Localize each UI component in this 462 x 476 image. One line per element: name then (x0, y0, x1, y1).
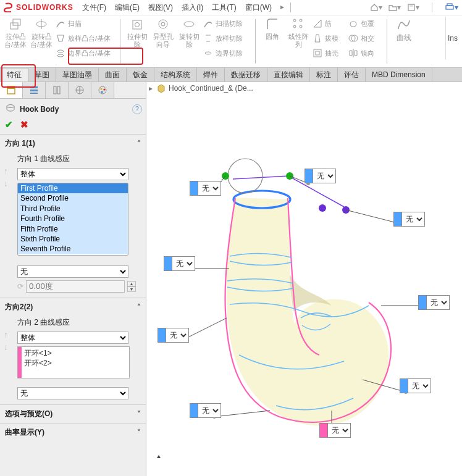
dir1-profiles-list[interactable]: First ProfileSecond ProfileThird Profile… (17, 183, 128, 256)
appearance-tab[interactable] (91, 82, 114, 98)
instant3d-button[interactable]: Ins (445, 17, 460, 60)
callout-6[interactable]: 无 (158, 328, 189, 343)
command-tab[interactable]: 草图 (28, 68, 56, 81)
command-tab[interactable]: 草图油墨 (56, 68, 99, 81)
boundary-boss-button[interactable]: 边界凸台/基体 (54, 46, 116, 60)
callout-select[interactable]: 无 (166, 328, 188, 342)
command-tab[interactable]: 标注 (310, 68, 338, 81)
dir2-curves-list[interactable]: 开环<1> 开环<2> (17, 346, 130, 378)
callout-4[interactable]: 无 (164, 256, 195, 271)
list-item[interactable]: Fourth Profile (18, 214, 128, 223)
linear-pattern-button[interactable]: 线性阵 列 (285, 17, 311, 60)
intersect-button[interactable]: 相交 (347, 31, 383, 45)
property-tab[interactable] (23, 82, 46, 98)
angle-spinner[interactable]: ▲▼ (127, 281, 136, 292)
options-section: 选项与预览(O) ˅ (0, 404, 146, 423)
menu-insert[interactable]: 插入(I) (182, 2, 203, 13)
callout-select[interactable]: 无 (402, 212, 424, 226)
sweep-cut-button[interactable]: 扫描切除 (202, 17, 251, 30)
loft-cut-button[interactable]: 放样切除 (202, 31, 251, 45)
list-item[interactable]: Third Profile (18, 204, 128, 214)
command-tab[interactable]: 钣金 (127, 68, 154, 81)
extrude-cut-button[interactable]: 拉伸切 除 (124, 17, 150, 60)
help-icon[interactable]: ? (132, 104, 142, 114)
extrude-boss-button[interactable]: 拉伸凸 台/基体 (2, 17, 28, 60)
list-item[interactable]: Fifth Profile (18, 224, 128, 234)
callout-9[interactable]: 无 (319, 423, 351, 438)
options-header[interactable]: 选项与预览(O) ˅ (0, 405, 146, 423)
dim-tab[interactable] (69, 82, 91, 98)
revolve-cut-button[interactable]: 旋转切 除 (176, 17, 202, 60)
list-item[interactable]: Seventh Profile (18, 244, 128, 254)
move-down-icon[interactable]: ↓ (4, 178, 8, 188)
sweep-button[interactable]: 扫描 (54, 17, 116, 30)
callout-2[interactable]: 无 (304, 169, 336, 183)
loft-button[interactable]: 放样凸台/基体 (54, 31, 116, 45)
command-tab[interactable]: 结构系统 (154, 68, 197, 81)
list-item[interactable]: 开环<1> (24, 348, 52, 358)
command-tab[interactable]: 曲面 (99, 68, 127, 81)
ok-button[interactable]: ✔ (5, 119, 13, 130)
menu-window[interactable]: 窗口(W) (245, 2, 272, 13)
callout-select[interactable]: 无 (172, 257, 195, 270)
callout-select[interactable]: 无 (198, 404, 220, 417)
list-item[interactable]: 开环<2> (24, 358, 52, 368)
menu-tools[interactable]: 工具(T) (212, 2, 236, 13)
feature-tree-tab[interactable] (0, 82, 23, 98)
callout-8[interactable]: 无 (190, 403, 221, 418)
curvature-header[interactable]: 曲率显示(Y) ˅ (0, 424, 146, 441)
rib-button[interactable]: 筋 (311, 17, 347, 30)
shell-button[interactable]: 抽壳 (311, 46, 347, 60)
dir1-type-combo[interactable]: 无 (17, 265, 128, 278)
config-tab[interactable] (46, 82, 69, 98)
hole-wizard-button[interactable]: 异型孔 向导 (150, 17, 176, 60)
boundary-cut-button[interactable]: 边界切除 (202, 46, 251, 60)
callout-3[interactable]: 无 (393, 212, 425, 227)
list-item[interactable]: Sixth Profile (18, 234, 128, 244)
command-tab[interactable]: 特征 (0, 68, 28, 81)
callout-5[interactable]: 无 (418, 295, 450, 310)
command-tab[interactable]: 焊件 (197, 68, 225, 81)
direction1-header[interactable]: 方向 1(1) ˄ (0, 135, 146, 152)
menu-edit[interactable]: 编辑(E) (115, 2, 140, 13)
callout-select[interactable]: 无 (328, 424, 350, 437)
menu-view[interactable]: 视图(V) (148, 2, 173, 13)
callout-select[interactable]: 无 (408, 379, 430, 393)
open-folder-icon[interactable]: ▾ (388, 3, 401, 12)
home-icon[interactable]: ▾ (370, 3, 382, 12)
callout-select[interactable]: 无 (198, 182, 220, 195)
callout-1[interactable]: 无 (190, 181, 221, 196)
move-up-icon[interactable]: ↑ (4, 166, 8, 176)
callout-select[interactable]: 无 (313, 169, 335, 183)
menu-file[interactable]: 文件(F) (82, 2, 106, 13)
dir1-influence-combo[interactable]: 整体 (17, 168, 128, 180)
svg-point-11 (159, 20, 167, 28)
move-up-icon[interactable]: ↑ (4, 330, 8, 340)
expand-icon: ˅ (137, 410, 141, 419)
list-item[interactable]: Second Profile (18, 193, 128, 203)
cancel-button[interactable]: ✖ (20, 119, 28, 130)
list-item[interactable]: First Profile (18, 183, 128, 193)
print-icon[interactable]: ▾ (445, 3, 458, 12)
property-manager: Hook Body ? ✔ ✖ 方向 1(1) ˄ ↑ ↓ 方向 1 曲线感应 … (0, 82, 146, 476)
wrap-button[interactable]: 包覆 (347, 17, 383, 30)
move-down-icon[interactable]: ↓ (4, 342, 8, 352)
direction2-header[interactable]: 方向2(2) ˄ (0, 298, 146, 316)
graphics-viewport[interactable]: ▸ Hook_Continued_& (De... (146, 82, 462, 476)
callout-7[interactable]: 无 (400, 378, 431, 393)
callout-select[interactable]: 无 (427, 296, 449, 309)
fillet-button[interactable]: 圆角 (259, 17, 285, 60)
menu-more-icon[interactable]: ▸ (280, 2, 284, 13)
dir2-type-combo[interactable]: 无 (17, 387, 128, 399)
mirror-button[interactable]: 镜向 (347, 46, 383, 60)
save-icon[interactable]: ▾ (407, 3, 419, 12)
command-tab[interactable]: MBD Dimension (366, 68, 432, 81)
dir2-influence-combo[interactable]: 整体 (17, 332, 128, 344)
curves-button[interactable]: 曲线 (391, 17, 417, 60)
revolve-boss-button[interactable]: 旋转凸 台/基体 (28, 17, 54, 60)
svg-point-18 (300, 25, 302, 28)
draft-button[interactable]: 拔模 (311, 31, 347, 45)
command-tab[interactable]: 数据迁移 (225, 68, 267, 81)
command-tab[interactable]: 评估 (338, 68, 366, 81)
command-tab[interactable]: 直接编辑 (267, 68, 310, 81)
